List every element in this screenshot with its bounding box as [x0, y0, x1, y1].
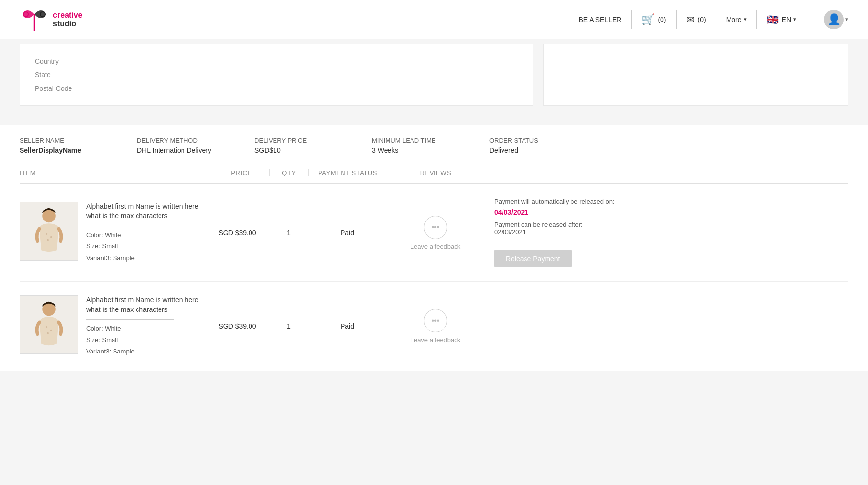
delivery-price-label: DELIVERY PRICE: [254, 137, 343, 144]
lead-time-col: Minimum Lead Time 3 Weeks: [372, 137, 460, 154]
cart-count: (0): [658, 16, 666, 23]
item-variant-2: Color: White Size: Small Variant3: Sampl…: [86, 323, 206, 357]
delivery-method-col: DELIVERY METHOD DHL Internation Delivery: [137, 137, 225, 154]
seller-info-row: SELLER NAME SellerDisplayName DELIVERY M…: [20, 125, 848, 162]
be-seller-link[interactable]: BE A SELLER: [569, 10, 632, 29]
lead-time-value: 3 Weeks: [372, 146, 460, 154]
price-col-2: SGD $39.00: [206, 322, 269, 330]
message-icon: ✉: [686, 14, 695, 25]
be-seller-label: BE A SELLER: [578, 16, 621, 23]
qty-col-2: 1: [269, 322, 308, 330]
table-row: Alphabet first m Name is written here wh…: [20, 282, 848, 371]
release-payment-button-1[interactable]: Release Payment: [494, 250, 572, 267]
svg-point-12: [47, 332, 49, 334]
language-code: EN: [782, 16, 791, 23]
payment-auto-text-1: Payment will automatically be released o…: [494, 198, 848, 205]
item-name-1: Alphabet first m Name is written here wh…: [86, 202, 206, 221]
messages-link[interactable]: ✉ (0): [677, 10, 716, 29]
svg-point-7: [47, 239, 49, 241]
dots-icon-2: •••: [432, 316, 440, 325]
language-selector[interactable]: 🇬🇧 EN ▾: [757, 10, 806, 29]
logo-text-studio: studio: [53, 20, 83, 28]
logo-icon: [20, 7, 49, 32]
item-col-1: Alphabet first m Name is written here wh…: [20, 202, 206, 264]
item-col-2: Alphabet first m Name is written here wh…: [20, 295, 206, 357]
address-card: Country State Postal Code: [20, 44, 533, 106]
user-avatar-icon: 👤: [827, 13, 841, 26]
logo[interactable]: creative studio: [20, 7, 83, 32]
qty-col-1: 1: [269, 229, 308, 237]
address-country: Country: [35, 54, 518, 68]
address-section: Country State Postal Code: [0, 39, 868, 115]
seller-name-label: SELLER NAME: [20, 137, 108, 144]
price-col-1: SGD $39.00: [206, 229, 269, 237]
reviews-col-1: ••• Leave a feedback: [387, 216, 484, 250]
delivery-price-value: SGD$10: [254, 146, 343, 154]
header-item: ITEM: [20, 169, 206, 176]
lead-time-label: Minimum Lead Time: [372, 137, 460, 144]
delivery-price-col: DELIVERY PRICE SGD$10: [254, 137, 343, 154]
table-header: ITEM PRICE QTY PAYMENT STATUS REVIEWS: [20, 162, 848, 184]
order-status-col: ORDER STATUS Delivered: [489, 137, 577, 154]
user-menu[interactable]: 👤 ▾: [806, 10, 848, 29]
table-row: Alphabet first m Name is written here wh…: [20, 184, 848, 282]
svg-point-6: [50, 236, 52, 238]
payment-status-col-2: Paid: [308, 322, 387, 330]
address-postal: Postal Code: [35, 82, 518, 95]
site-header: creative studio BE A SELLER 🛒 (0) ✉ (0) …: [0, 0, 868, 39]
header-qty: QTY: [269, 169, 308, 176]
svg-point-5: [46, 233, 47, 235]
seller-name-col: SELLER NAME SellerDisplayName: [20, 137, 108, 154]
payment-after-text-1: Payment can be released after:: [494, 221, 848, 228]
language-flag-icon: 🇬🇧: [767, 14, 779, 25]
payment-auto-date-1: 04/03/2021: [494, 208, 848, 216]
user-avatar[interactable]: 👤: [824, 10, 844, 29]
payment-after-date-1: 02/03/2021: [494, 228, 848, 236]
logo-text-creative: creative: [53, 11, 83, 20]
svg-point-10: [46, 326, 47, 328]
dots-icon-1: •••: [432, 223, 440, 232]
header-nav: BE A SELLER 🛒 (0) ✉ (0) More ▾ 🇬🇧 EN ▾ 👤…: [569, 10, 848, 29]
order-status-label: ORDER STATUS: [489, 137, 577, 144]
user-caret-icon: ▾: [845, 16, 848, 22]
header-reviews: REVIEWS: [387, 169, 484, 176]
feedback-icon-1[interactable]: •••: [424, 216, 447, 239]
header-payment-status: PAYMENT STATUS: [308, 169, 387, 176]
payment-status-col-1: Paid: [308, 229, 387, 237]
order-section: SELLER NAME SellerDisplayName DELIVERY M…: [0, 125, 868, 371]
actions-col-1: Payment will automatically be released o…: [484, 198, 848, 267]
leave-feedback-1[interactable]: Leave a feedback: [411, 243, 461, 250]
more-caret-icon: ▾: [744, 16, 747, 22]
more-menu[interactable]: More ▾: [716, 10, 757, 29]
item-name-2: Alphabet first m Name is written here wh…: [86, 295, 206, 314]
feedback-icon-2[interactable]: •••: [424, 309, 447, 332]
item-details-2: Alphabet first m Name is written here wh…: [86, 295, 206, 357]
delivery-method-value: DHL Internation Delivery: [137, 146, 225, 154]
item-variant-1: Color: White Size: Small Variant3: Sampl…: [86, 229, 206, 264]
seller-name-value: SellerDisplayName: [20, 146, 108, 154]
product-image-1: [20, 202, 78, 261]
cart-link[interactable]: 🛒 (0): [632, 10, 676, 29]
order-status-value: Delivered: [489, 146, 577, 154]
svg-point-11: [50, 330, 52, 331]
header-price: PRICE: [206, 169, 269, 176]
more-label: More: [726, 16, 742, 23]
address-extra-card: [543, 44, 848, 106]
message-count: (0): [698, 16, 706, 23]
leave-feedback-2[interactable]: Leave a feedback: [411, 336, 461, 344]
delivery-method-label: DELIVERY METHOD: [137, 137, 225, 144]
language-caret-icon: ▾: [793, 16, 796, 22]
product-image-2: [20, 295, 78, 354]
item-details-1: Alphabet first m Name is written here wh…: [86, 202, 206, 264]
address-state: State: [35, 68, 518, 82]
cart-icon: 🛒: [641, 13, 655, 26]
reviews-col-2: ••• Leave a feedback: [387, 309, 484, 344]
